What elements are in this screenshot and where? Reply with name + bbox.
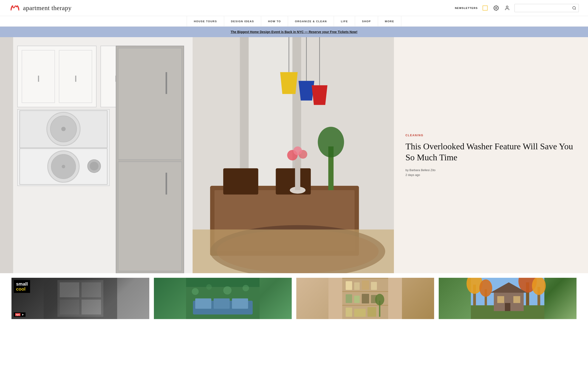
- nav-item-more[interactable]: MORE: [378, 16, 401, 26]
- thumb-illustration-3: [296, 278, 434, 319]
- thumbnail-item-1[interactable]: smallcool nyc: [11, 278, 149, 319]
- article-time: 2 days ago: [405, 173, 577, 177]
- svg-rect-101: [497, 296, 504, 303]
- svg-rect-79: [371, 282, 377, 290]
- thumb-illustration-1: [11, 278, 149, 319]
- newsletters-label[interactable]: NEWSLETTERS: [455, 7, 478, 9]
- svg-point-21: [62, 165, 65, 168]
- svg-rect-80: [346, 294, 352, 303]
- thumbnail-image-1: smallcool nyc: [11, 278, 149, 319]
- svg-rect-75: [342, 305, 388, 306]
- nav-item-how-to[interactable]: HOW TO: [261, 16, 288, 26]
- svg-point-64: [206, 284, 212, 290]
- svg-point-48: [293, 146, 302, 155]
- article-category: CLEANING: [405, 134, 577, 137]
- svg-rect-81: [354, 296, 360, 303]
- nav-item-design-ideas[interactable]: DESIGN IDEAS: [224, 16, 261, 26]
- promo-link[interactable]: The Biggest Home Design Event is Back in…: [231, 30, 357, 34]
- svg-rect-77: [354, 282, 360, 290]
- hero-illustration: [0, 37, 394, 273]
- svg-rect-86: [367, 307, 376, 317]
- svg-point-65: [223, 286, 232, 294]
- article-byline: by Barbara Bellesi Zito: [405, 168, 577, 172]
- svg-rect-84: [346, 308, 352, 317]
- svg-point-17: [61, 127, 66, 131]
- svg-rect-57: [60, 282, 79, 297]
- hero-image: [0, 37, 394, 273]
- user-icon: [504, 5, 510, 11]
- nav-item-organize-clean[interactable]: ORGANIZE & CLEAN: [288, 16, 334, 26]
- thumbnail-item-4[interactable]: [439, 278, 577, 319]
- svg-rect-85: [354, 309, 366, 317]
- header-actions: NEWSLETTERS: [455, 4, 579, 12]
- svg-point-88: [375, 294, 384, 305]
- svg-rect-69: [214, 298, 230, 309]
- svg-rect-53: [193, 230, 394, 273]
- svg-rect-103: [505, 303, 510, 311]
- hero-section: CLEANING This Overlooked Washer Feature …: [0, 37, 588, 273]
- svg-point-0: [495, 7, 497, 9]
- search-container: [515, 4, 579, 12]
- svg-rect-58: [82, 282, 101, 297]
- hero-content: CLEANING This Overlooked Washer Feature …: [394, 37, 588, 273]
- thumb-illustration-4: [439, 278, 577, 319]
- svg-point-50: [318, 127, 344, 157]
- svg-rect-68: [195, 298, 211, 309]
- article-title[interactable]: This Overlooked Washer Feature Will Save…: [405, 141, 577, 163]
- svg-point-66: [242, 285, 249, 291]
- svg-rect-73: [342, 278, 388, 279]
- user-btn[interactable]: [503, 4, 511, 12]
- thumbnail-image-2: [154, 278, 292, 319]
- search-button[interactable]: [570, 6, 579, 10]
- svg-rect-60: [82, 300, 101, 315]
- thumbnail-item-3[interactable]: [296, 278, 434, 319]
- thumbnail-item-2[interactable]: [154, 278, 292, 319]
- svg-point-1: [506, 6, 508, 8]
- svg-rect-25: [118, 48, 182, 160]
- svg-rect-41: [223, 168, 258, 194]
- svg-rect-70: [232, 298, 248, 309]
- nav-item-house-tours[interactable]: HOUSE TOURS: [187, 16, 224, 26]
- search-input[interactable]: [515, 6, 570, 10]
- thumbnails-row: smallcool nyc: [0, 273, 588, 319]
- site-name: apartment therapy: [23, 4, 71, 12]
- thumb-illustration-2: [154, 278, 292, 319]
- site-header: apartment therapy NEWSLETTERS: [0, 0, 588, 16]
- logo-container[interactable]: apartment therapy: [9, 2, 71, 14]
- svg-rect-74: [342, 291, 388, 292]
- svg-rect-102: [513, 296, 520, 303]
- svg-point-63: [192, 288, 199, 295]
- svg-marker-38: [312, 85, 328, 105]
- gear-icon: [493, 5, 499, 11]
- svg-rect-78: [362, 281, 369, 290]
- svg-point-94: [479, 279, 492, 297]
- square-icon: [483, 6, 488, 10]
- svg-marker-34: [280, 72, 298, 94]
- svg-rect-82: [362, 294, 369, 303]
- logo-icon: [9, 2, 21, 14]
- svg-rect-76: [346, 281, 352, 290]
- promo-banner[interactable]: The Biggest Home Design Event is Back in…: [0, 27, 588, 37]
- main-nav: HOUSE TOURS DESIGN IDEAS HOW TO ORGANIZE…: [0, 16, 588, 27]
- svg-marker-36: [299, 81, 314, 101]
- svg-rect-26: [118, 162, 182, 271]
- square-icon-btn[interactable]: [481, 4, 489, 12]
- hero-image-container[interactable]: [0, 37, 394, 273]
- svg-point-2: [573, 6, 575, 9]
- svg-point-23: [90, 162, 99, 170]
- nav-item-shop[interactable]: SHOP: [355, 16, 378, 26]
- search-icon: [572, 6, 576, 10]
- thumbnail-image-3: [296, 278, 434, 319]
- thumbnail-image-4: [439, 278, 577, 319]
- nav-item-life[interactable]: LIFE: [334, 16, 355, 26]
- svg-rect-59: [60, 300, 79, 315]
- gear-btn[interactable]: [493, 4, 500, 12]
